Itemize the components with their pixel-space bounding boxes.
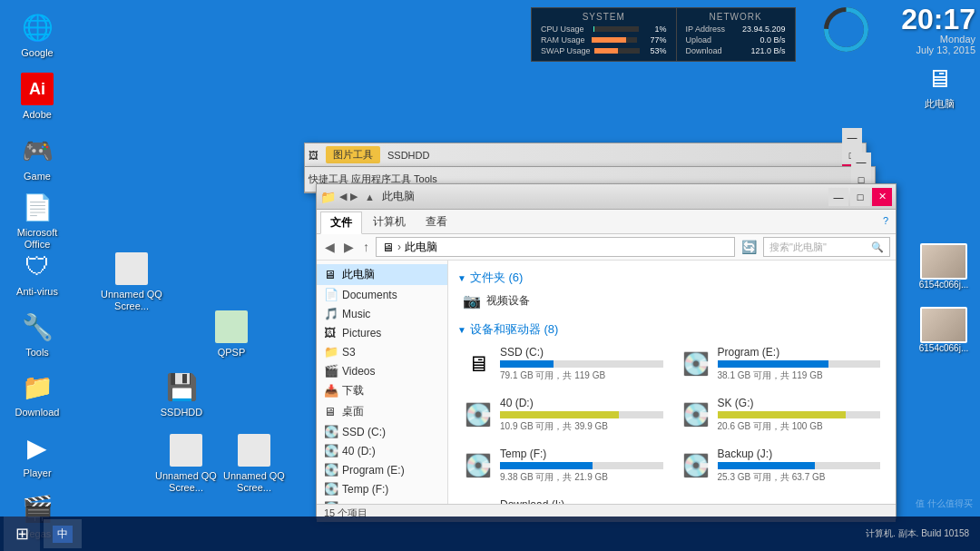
sidebar-item-f[interactable]: 💽 Temp (F:) [317,479,447,498]
desktop-icon-tools[interactable]: 🔧 Tools [5,310,69,359]
desktop-icon-unnamed-qq2[interactable]: Unnamed QQ Scree... [150,434,222,494]
network-label: NETWORK [686,12,786,22]
desktop-icon-download[interactable]: 📁 Download [5,370,69,418]
desktop-icon-player[interactable]: ▶ Player [5,431,69,479]
desktop-icon-google[interactable]: 🌐 Google [5,11,69,59]
folders-section-header[interactable]: ▼ 文件夹 (6) [457,266,887,290]
search-box[interactable]: 搜索"此电脑" 🔍 [763,237,890,257]
drive-j-icon: 💽 [681,453,710,478]
ribbon-help[interactable]: ? [879,212,892,233]
drive-j[interactable]: 💽 Backup (J:) 25.3 GB 可用，共 63.7 GB [675,443,887,488]
sidebar-item-d[interactable]: 💽 40 (D:) [317,441,447,460]
sidebar-pictures-icon: 🖼 [324,326,338,339]
drive-d-icon: 💽 [464,402,493,428]
sidebar-c-icon: 💽 [324,425,338,438]
sidebar: 🖥 此电脑 📄 Documents 🎵 Music 🖼 Pictures 📁 S… [317,261,448,504]
desktop-icon-antivirus[interactable]: 🛡 Anti-virus [5,250,69,298]
sidebar-documents-icon: 📄 [324,288,338,301]
drive-f[interactable]: 💽 Temp (F:) 9.38 GB 可用，共 21.9 GB [457,443,670,488]
drive-c[interactable]: 🖥 SSD (C:) 79.1 GB 可用，共 119 GB [457,341,670,387]
upload-label: Upload [686,35,712,44]
desktop-icon-qpsp[interactable]: QPSP [200,310,263,359]
forward-btn[interactable]: ▶ [341,240,357,254]
tab-file[interactable]: 文件 [320,212,362,234]
devices-chevron: ▼ [457,325,466,335]
explorer-close[interactable]: ✕ [872,188,892,206]
ip-value: 23.94.5.209 [742,25,786,34]
sidebar-item-videos[interactable]: 🎬 Videos [317,361,447,380]
drive-f-icon: 💽 [464,453,493,478]
desktop-icon-thumb2[interactable]: 6154c066j... [912,307,975,353]
explorer-titlebar: 📁 ◀▶▲ 此电脑 — □ ✕ [317,184,896,210]
sidebar-item-e[interactable]: 💽 Program (E:) [317,460,447,479]
explorer-body: 🖥 此电脑 📄 Documents 🎵 Music 🖼 Pictures 📁 S… [317,261,896,504]
sidebar-desktop-icon: 🖥 [324,405,338,418]
sidebar-item-documents[interactable]: 📄 Documents [317,285,447,304]
up-btn[interactable]: ↑ [360,240,372,254]
drive-g-icon: 💽 [681,402,710,428]
desktop-icon-ssdhdd[interactable]: 💾 SSDHDD [150,370,213,418]
address-bar: ◀ ▶ ↑ 🖥 › 此电脑 🔄 搜索"此电脑" 🔍 [317,234,896,261]
cpu-value: 1% [655,25,667,34]
system-monitor: SYSTEM CPU Usage 1% RAM Usage 77% SWAP U… [531,7,796,62]
tab-view[interactable]: 查看 [416,212,456,233]
explorer-maximize[interactable]: □ [850,188,870,206]
desktop-icon-adobe[interactable]: Ai Adobe [5,73,69,121]
cpu-label: CPU Usage [541,25,584,34]
ram-value: 77% [651,35,667,44]
desktop-icon-thumb1[interactable]: 6154c066j... [912,243,975,290]
sidebar-item-g[interactable]: 💽 SK (G:) [317,498,447,504]
tab-computer[interactable]: 计算机 [364,212,415,233]
drive-d[interactable]: 💽 40 (D:) 10.9 GB 可用，共 39.9 GB [457,392,670,438]
desktop-icon-game[interactable]: 🎮 Game [5,134,69,182]
folder-video-device[interactable]: 📷 视频设备 [457,290,535,312]
drive-i[interactable]: 💽 Download (I:) 24.3 GB 可用，共 119 GB [457,494,670,504]
ribbon: 文件 计算机 查看 ? [317,210,896,234]
download-net-value: 121.0 B/s [751,46,786,55]
desktop-icon-unnamed-qq3[interactable]: Unnamed QQ Scree... [218,434,290,494]
sidebar-music-icon: 🎵 [324,307,338,320]
sidebar-item-pictures[interactable]: 🖼 Pictures [317,323,447,342]
sidebar-f-icon: 💽 [324,482,338,496]
sidebar-item-this-pc[interactable]: 🖥 此电脑 [317,264,447,285]
clock-time: 20:17 [901,5,975,34]
sidebar-videos-icon: 🎬 [324,364,338,378]
back-btn[interactable]: ◀ [322,240,338,254]
clock-widget: 20:17 Monday July 13, 2015 [901,5,975,55]
drives-grid: 🖥 SSD (C:) 79.1 GB 可用，共 119 GB 💽 Program… [457,341,887,504]
sidebar-item-s3[interactable]: 📁 S3 [317,342,447,361]
explorer-title: 此电脑 [382,189,828,204]
sidebar-item-music[interactable]: 🎵 Music [317,304,447,323]
bg-win1-minimize[interactable]: — [842,128,862,146]
devices-section-header[interactable]: ▼ 设备和驱动器 (8) [457,318,887,341]
build-info: 计算机. 副本. Build 10158 [866,527,969,540]
ip-label: IP Address [686,25,725,34]
circle-widget [821,5,871,54]
taskbar: ⊞ 中 计算机. 副本. Build 10158 [0,517,980,551]
main-content: ▼ 文件夹 (6) 📷 视频设备 ▼ 设备和驱动器 (8) 🖥 SSD [448,261,896,504]
system-label: SYSTEM [541,12,667,22]
desktop-icon-ms-office[interactable]: 📄 Microsoft Office [5,191,69,251]
refresh-btn[interactable]: 🔄 [739,240,760,254]
folders-chevron: ▼ [457,273,466,283]
desktop-icon-unnamed-qq1[interactable]: Unnamed QQ Scree... [95,252,168,312]
sidebar-item-downloads[interactable]: 📥 下载 [317,380,447,401]
drive-c-icon: 🖥 [464,351,493,377]
sidebar-s3-icon: 📁 [324,345,338,359]
sidebar-item-c[interactable]: 💽 SSD (C:) [317,422,447,441]
drive-e-icon: 💽 [681,351,710,377]
bg-win2-minimize[interactable]: — [851,153,871,171]
taskbar-ime[interactable]: 中 [44,519,82,548]
drive-g[interactable]: 💽 SK (G:) 20.6 GB 可用，共 100 GB [675,392,887,438]
drive-e[interactable]: 💽 Program (E:) 38.1 GB 可用，共 119 GB [675,341,887,387]
sidebar-d-icon: 💽 [324,444,338,458]
address-path[interactable]: 🖥 › 此电脑 [376,237,735,257]
desktop-icon-this-pc[interactable]: 🖥 此电脑 [907,62,971,110]
explorer-minimize[interactable]: — [828,188,848,206]
sidebar-g-icon: 💽 [324,501,338,504]
start-button[interactable]: ⊞ [4,517,40,551]
sidebar-item-desktop[interactable]: 🖥 桌面 [317,401,447,422]
search-icon: 🔍 [871,241,884,253]
sidebar-thispc-icon: 🖥 [324,268,338,281]
swap-value: 53% [651,46,667,55]
